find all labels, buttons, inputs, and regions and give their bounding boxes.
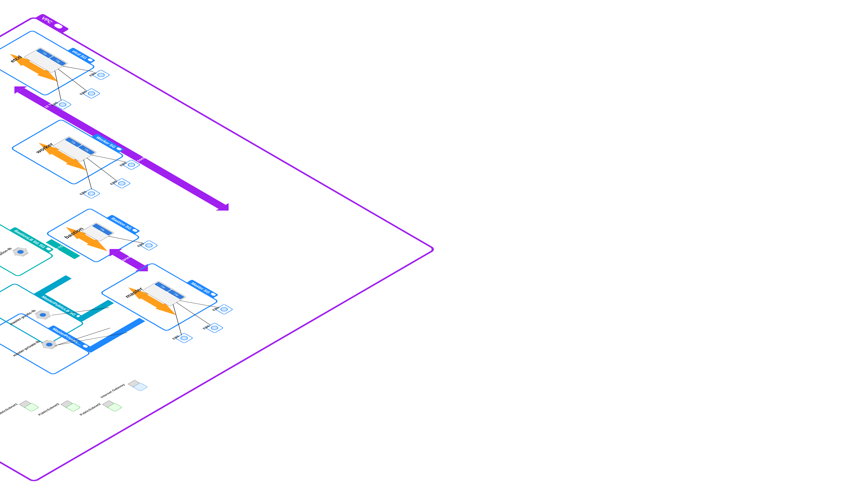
cloud-icon xyxy=(87,58,93,62)
cloud-icon xyxy=(45,247,52,251)
cloud-icon xyxy=(116,147,122,151)
cloud-icon xyxy=(132,229,138,232)
cloud-icon xyxy=(82,344,89,348)
cloud-icon xyxy=(53,23,64,29)
cloud-icon xyxy=(210,293,216,296)
